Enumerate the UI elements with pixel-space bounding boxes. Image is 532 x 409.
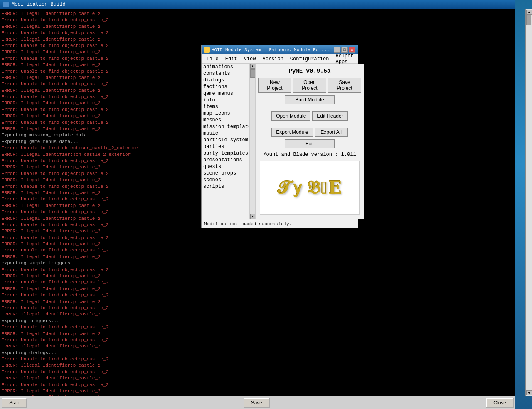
console-line: ERROR: Illegal Identifier:p_castle_2 [2,37,514,43]
exit-row: Exit [258,139,361,148]
console-line: ERROR: Illegal Identifier:p_castle_2 [2,286,514,292]
console-line: ERROR: Illegal Identifier:p_castle_2 [2,375,514,382]
start-button[interactable]: Start [2,398,27,408]
console-bottom-bar: Start Save Close [0,396,515,409]
console-line: ERROR: Illegal Identifier:p_castle_2 [2,11,514,17]
list-scroll-thumb[interactable] [250,69,255,78]
console-line: ERROR: Illegal Identifier:p_castle_2 [2,241,514,247]
build-module-button[interactable]: Build Module [285,95,335,104]
list-item[interactable]: items [202,103,249,110]
console-titlebar: Modification Build [0,0,515,9]
list-item[interactable]: parties [202,143,249,150]
menu-edit[interactable]: Edit [222,55,241,63]
pyme-left-panel: animationsconstantsdialogsfactionsgame m… [202,64,256,219]
console-line: ERROR: Illegal Identifier:p_castle_2 [2,24,514,30]
list-item[interactable]: scripts [202,183,249,190]
menu-view[interactable]: View [241,55,259,63]
list-item[interactable]: dialogs [202,77,249,84]
console-line: exporting simple triggers... [2,260,514,266]
scrollbar-thumb[interactable] [526,15,531,25]
list-item[interactable]: particle systems [202,137,249,143]
list-item[interactable]: game menus [202,90,249,97]
close-button[interactable]: Close [486,398,514,408]
list-item[interactable]: info [202,97,249,103]
console-line: ERROR: Illegal Identifier:p_castle_2 [2,388,514,394]
export-buttons-row: Export Module Export All [258,128,361,137]
list-item[interactable]: mission templates [202,123,249,130]
list-item[interactable]: scene props [202,170,249,177]
pyme-app-icon [204,47,210,53]
open-project-button[interactable]: Open Project [293,78,326,93]
menu-version[interactable]: Version [259,55,286,63]
list-item[interactable]: music [202,130,249,137]
list-item[interactable]: scenes [202,177,249,183]
list-item[interactable]: presentations [202,157,249,163]
console-line: exporting dialogs... [2,350,514,356]
console-line: Error: Unable to find object:p_castle_2 [2,247,514,254]
build-row: Build Module [258,95,361,104]
pyme-main: animationsconstantsdialogsfactionsgame m… [202,64,358,219]
pyme-right-panel: PyME v0.9.5a New Project Open Project Sa… [256,64,364,219]
list-scroll-up[interactable]: ▲ [250,64,255,69]
console-line: ERROR: Illegal Identifier:p_castle_2 [2,362,514,369]
project-buttons-row: New Project Open Project Save Project [258,78,361,93]
console-title: Modification Build [12,2,66,7]
list-item[interactable]: meshes [202,117,249,123]
console-line: Error: Unable to find object:p_castle_2 [2,267,514,273]
console-line: ERROR: Illegal Identifier:p_castle_2 [2,331,514,337]
list-item[interactable]: factions [202,84,249,90]
open-module-button[interactable]: Open Module [271,111,310,121]
console-icon [3,2,9,7]
console-line: exporting triggers... [2,318,514,324]
status-text: Modification loaded successfuly. [204,222,292,227]
separator-1 [258,108,361,108]
separator-2 [258,124,361,124]
list-item[interactable]: map icons [202,110,249,117]
console-line: Error: Unable to find object:p_castle_2 [2,292,514,298]
list-item[interactable]: animations [202,64,249,70]
console-line: Error: Unable to find object:p_castle_2 [2,369,514,375]
console-line: ERROR: Illegal Identifier:p_castle_2 [2,228,514,234]
new-project-button[interactable]: New Project [258,78,291,93]
list-scrollbar[interactable]: ▲ ▼ [249,64,255,219]
pyme-title-left: HOTD Module System - Pythonic Module Edi… [204,47,330,53]
module-buttons-row: Open Module Edit Header [258,111,361,121]
edit-header-button[interactable]: Edit Header [312,111,347,121]
menu-configuration[interactable]: Configuration [287,55,332,63]
console-line: Error: Unable to find object:p_castle_2 [2,324,514,330]
save-button[interactable]: Save [244,398,270,408]
version-text: Mount and Blade version : 1.011 [258,151,361,158]
console-line: ERROR: Illegal Identifier:p_castle_2 [2,299,514,305]
pyme-window: HOTD Module System - Pythonic Module Edi… [201,45,358,228]
main-scrollbar[interactable]: ▲ ▼ [525,9,532,396]
console-line: Error: Unable to find object:p_castle_2 [2,235,514,241]
list-item[interactable]: constants [202,70,249,77]
module-listbox[interactable]: animationsconstantsdialogsfactionsgame m… [202,64,249,219]
exit-button[interactable]: Exit [285,139,335,148]
scrollbar-down-arrow[interactable]: ▼ [526,390,532,395]
pyme-app-title: PyME v0.9.5a [258,66,361,75]
list-item[interactable]: party templates [202,150,249,157]
console-line: ERROR: Illegal Identifier:p_castle_2 [2,273,514,279]
console-line: Error: Unable to find object:p_castle_2 [2,279,514,286]
export-all-button[interactable]: Export All [315,128,348,137]
console-line: Error: Unable to find object:p_castle_2 [2,30,514,36]
pyme-logo: 𝒯ｙ𝔅𝒣𝐄 [260,161,360,215]
pyme-title-text: HOTD Module System - Pythonic Module Edi… [212,47,330,52]
console-line: Error: Unable to find object:p_castle_2 [2,382,514,388]
pyme-statusbar: Modification loaded successfuly. [202,219,358,228]
save-project-button[interactable]: Save Project [328,78,361,93]
list-scroll-down[interactable]: ▼ [250,214,255,219]
console-line: Error: Unable to find object:p_castle_2 [2,305,514,311]
console-line: Error: Unable to find object:p_castle_2 [2,356,514,362]
console-line: ERROR: Illegal Identifier:p_castle_2 [2,254,514,260]
pyme-menubar: File Edit View Version Configuration Hel… [202,54,358,64]
pyme-logo-text: 𝒯ｙ𝔅𝒣𝐄 [277,176,342,200]
console-line: ERROR: Illegal Identifier:p_castle_2 [2,343,514,350]
menu-file[interactable]: File [203,55,222,63]
menu-help[interactable]: ? [357,55,367,63]
console-line: Error: Unable to find object:p_castle_2 [2,17,514,23]
list-item[interactable]: quests [202,163,249,170]
scrollbar-up-arrow[interactable]: ▲ [526,10,532,15]
export-module-button[interactable]: Export Module [271,128,313,137]
